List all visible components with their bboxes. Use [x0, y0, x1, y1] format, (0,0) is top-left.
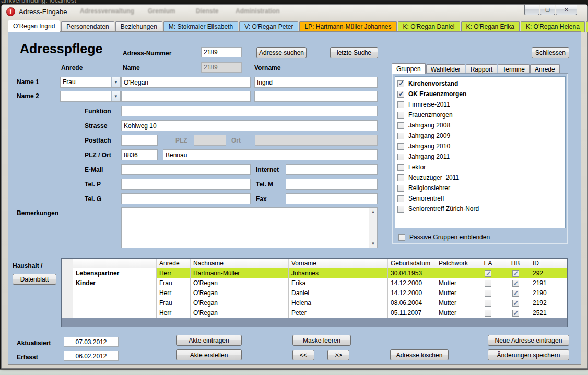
name1-anrede-select[interactable]: Frau ▼: [60, 77, 121, 88]
group-item[interactable]: Jahrgang 2009: [397, 131, 565, 141]
aktualisiert-input[interactable]: [64, 337, 119, 347]
group-item[interactable]: Jahrgang 2011: [397, 151, 565, 162]
group-item[interactable]: Religionslehrer: [397, 183, 565, 193]
gruppen-list[interactable]: Kirchenvorstand OK Frauenzmorgen Firmrei…: [395, 76, 566, 228]
group-checkbox[interactable]: [397, 154, 404, 160]
group-checkbox[interactable]: [397, 101, 404, 108]
bemerkungen-scrollbar[interactable]: ▲ ▼: [369, 208, 377, 248]
datenblatt-button[interactable]: Datenblatt: [13, 274, 56, 285]
group-checkbox[interactable]: [397, 164, 404, 171]
adresse-loeschen-button[interactable]: Adresse löschen: [390, 349, 449, 360]
postfach-input[interactable]: [121, 135, 158, 146]
group-item[interactable]: Neuzuzüger_2011: [397, 172, 565, 183]
tab-kind-oregan-helena[interactable]: K: O'Regan Helena: [521, 21, 585, 32]
tab-personendaten[interactable]: Personendaten: [61, 21, 114, 32]
name2-vorname-input[interactable]: [254, 91, 378, 102]
hb-checkbox[interactable]: [512, 280, 519, 287]
ea-checkbox[interactable]: [485, 290, 491, 297]
group-checkbox[interactable]: [397, 195, 404, 202]
table-row[interactable]: Frau O'Regan Helena 08.06.2004 Mutter 21…: [62, 298, 567, 308]
group-checkbox[interactable]: [397, 122, 404, 129]
passive-gruppen-checkbox[interactable]: [398, 234, 405, 241]
name1-vorname-input[interactable]: [254, 77, 378, 88]
chevron-down-icon[interactable]: ▼: [111, 91, 120, 101]
table-row[interactable]: Herr O'Regan Peter 05.11.2007 Mutter 252…: [62, 308, 567, 318]
passive-gruppen-toggle[interactable]: Passive Gruppen einblenden: [398, 233, 490, 241]
schliessen-button[interactable]: Schliessen: [532, 47, 569, 58]
tab-mutter-stokmaier-elisabeth[interactable]: M: Stokmaier Elisabeth: [163, 21, 238, 32]
email-input[interactable]: [121, 164, 251, 175]
hb-checkbox[interactable]: [512, 270, 519, 277]
group-checkbox[interactable]: [397, 80, 404, 87]
internet-input[interactable]: [286, 164, 378, 175]
adresse-suchen-button[interactable]: Adresse suchen: [256, 47, 307, 58]
group-item[interactable]: Jahrgang 2010: [397, 141, 565, 151]
group-item[interactable]: Seniorentreff: [397, 193, 565, 204]
title-bar[interactable]: i Adress-Eingabe Adressverwaltung Gremiu…: [2, 5, 587, 19]
bemerkungen-textarea[interactable]: ▲ ▼: [121, 207, 378, 248]
scroll-up-icon[interactable]: ▲: [369, 208, 377, 216]
group-checkbox[interactable]: [397, 174, 404, 181]
tab-vater-oregan-peter[interactable]: V: O'Regan Peter: [239, 21, 298, 32]
letzte-suche-button[interactable]: letzte Suche: [330, 47, 378, 58]
strasse-input[interactable]: [121, 120, 378, 131]
group-item[interactable]: Firmreise-2011: [397, 99, 565, 110]
previous-record-button[interactable]: <<: [292, 350, 314, 360]
tab-oregan-ingrid[interactable]: O'Regan Ingrid: [8, 20, 60, 32]
aenderungen-speichern-button[interactable]: Änderungen speichern: [488, 349, 569, 360]
chevron-down-icon[interactable]: ▼: [111, 77, 120, 87]
maximize-button[interactable]: ▢: [540, 5, 555, 15]
group-checkbox[interactable]: [397, 91, 404, 98]
adressnummer-input[interactable]: [201, 47, 242, 57]
tab-kind-oregan-erika[interactable]: K: O'Regan Erika: [461, 21, 520, 32]
ea-checkbox[interactable]: [485, 310, 491, 317]
scroll-down-icon[interactable]: ▼: [369, 240, 377, 248]
ea-checkbox[interactable]: [485, 300, 491, 307]
funktion-input[interactable]: [121, 106, 378, 116]
plz-input[interactable]: [121, 149, 158, 160]
hb-checkbox[interactable]: [512, 310, 519, 317]
telm-input[interactable]: [286, 179, 378, 190]
fax-input[interactable]: [286, 193, 378, 204]
tab-beziehungen[interactable]: Beziehungen: [115, 21, 162, 32]
group-item[interactable]: Jahrgang 2008: [397, 120, 565, 131]
akte-erstellen-button[interactable]: Akte erstellen: [176, 349, 242, 360]
hb-checkbox[interactable]: [512, 290, 519, 297]
group-checkbox[interactable]: [397, 133, 404, 139]
table-row[interactable]: Kinder Frau O'Regan Erika 14.12.2000 Mut…: [62, 278, 567, 288]
akte-eintragen-button[interactable]: Akte eintragen: [176, 335, 242, 346]
tab-kind-oregan-peter[interactable]: K: O'Regan Peter: [586, 21, 588, 32]
name-label: Name: [123, 64, 140, 72]
tab-kind-oregan-daniel[interactable]: K: O'Regan Daniel: [398, 21, 460, 32]
neue-adresse-eintragen-button[interactable]: Neue Adresse eintragen: [488, 335, 569, 346]
group-checkbox[interactable]: [397, 112, 404, 119]
name1-nachname-input[interactable]: [121, 77, 251, 88]
name2-nachname-input[interactable]: [121, 91, 251, 102]
minimize-button[interactable]: —: [524, 5, 539, 15]
close-button[interactable]: ✕: [556, 5, 577, 15]
group-item[interactable]: Kirchenvorstand: [397, 78, 565, 89]
next-record-button[interactable]: >>: [327, 350, 349, 360]
group-item[interactable]: Lektor: [397, 162, 565, 172]
group-checkbox[interactable]: [397, 206, 404, 213]
group-item[interactable]: OK Frauenzmorgen: [397, 89, 565, 99]
name2-anrede-select[interactable]: ▼: [60, 91, 121, 102]
group-checkbox[interactable]: [397, 143, 404, 150]
ort-input[interactable]: [163, 149, 378, 160]
telp-input[interactable]: [121, 179, 251, 190]
group-checkbox[interactable]: [397, 185, 404, 192]
table-row[interactable]: Lebenspartner Herr Hartmann-Müller Johan…: [62, 268, 567, 278]
tab-lebenspartner-hartmann-mueller[interactable]: LP: Hartmann-Müller Johannes: [299, 21, 396, 32]
tab-gruppen[interactable]: Gruppen: [392, 63, 426, 74]
ea-checkbox[interactable]: [485, 270, 491, 277]
ea-checkbox[interactable]: [485, 280, 491, 287]
group-item[interactable]: Frauenzmorgen: [397, 110, 565, 120]
erfasst-label: Erfasst: [17, 354, 38, 361]
table-row[interactable]: Herr O'Regan Daniel 14.12.2000 Mutter 21…: [62, 288, 567, 298]
col-hb: HB: [501, 259, 530, 268]
group-item[interactable]: Seniorentreff Zürich-Nord: [397, 204, 565, 214]
hb-checkbox[interactable]: [512, 300, 519, 307]
maske-leeren-button[interactable]: Maske leeren: [292, 335, 351, 346]
telg-input[interactable]: [121, 193, 251, 204]
erfasst-input[interactable]: [64, 351, 119, 361]
